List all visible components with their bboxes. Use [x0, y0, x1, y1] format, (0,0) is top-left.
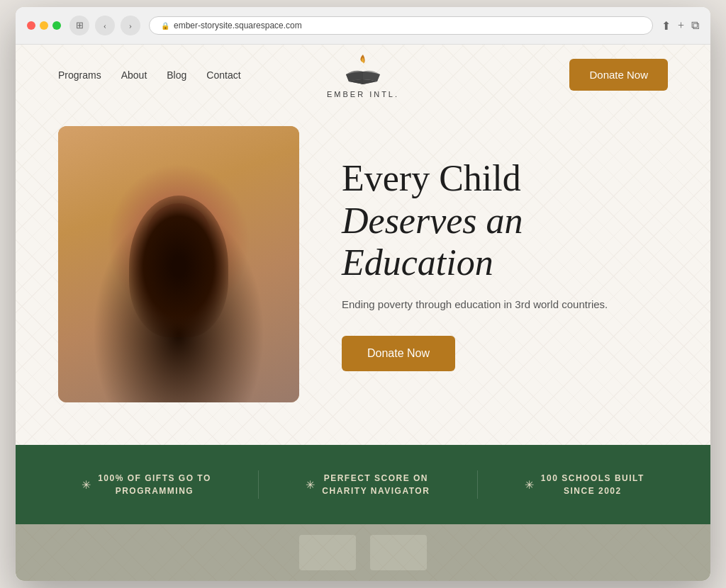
nav-blog[interactable]: Blog	[167, 69, 186, 81]
hero-content: Every Child Deserves an Education Ending…	[342, 157, 668, 371]
nav-about[interactable]: About	[121, 69, 147, 81]
website-content: Programs About Blog Contact	[16, 45, 710, 581]
stat-item-1: ✳ PERFECT SCORE ONCHARITY NAVIGATOR	[306, 472, 430, 497]
minimize-button[interactable]	[40, 21, 48, 30]
logo-text: EMBER INTL.	[327, 90, 399, 98]
hero-image	[58, 126, 299, 402]
tabs-icon[interactable]: ⧉	[691, 19, 699, 32]
stats-bar: ✳ 100% OF GIFTS GO TOPROGRAMMING ✳ PERFE…	[16, 445, 710, 524]
hero-title-line1: Every Child	[342, 158, 521, 198]
logo-icon	[343, 52, 383, 87]
hero-title: Every Child Deserves an Education	[342, 157, 668, 284]
close-button[interactable]	[27, 21, 35, 30]
stat-divider-1	[258, 470, 259, 499]
bottom-section	[16, 524, 710, 581]
stat-icon-2: ✳	[525, 478, 534, 492]
browser-chrome: ⊞ ‹ › 🔒 ember-storysite.squarespace.com …	[16, 7, 710, 45]
url-text: ember-storysite.squarespace.com	[174, 21, 302, 30]
nav-contact[interactable]: Contact	[206, 69, 240, 81]
stat-item-2: ✳ 100 SCHOOLS BUILTSINCE 2002	[525, 472, 644, 497]
forward-button[interactable]: ›	[121, 16, 140, 35]
share-icon[interactable]: ⬆	[661, 19, 671, 33]
browser-nav: ⊞ ‹ ›	[69, 16, 140, 35]
traffic-lights	[27, 21, 61, 30]
bottom-image-2	[370, 535, 427, 570]
stat-text-1: PERFECT SCORE ONCHARITY NAVIGATOR	[322, 472, 430, 497]
donate-now-header-button[interactable]: Donate Now	[569, 59, 668, 91]
stat-icon-1: ✳	[306, 478, 315, 492]
stat-divider-2	[477, 470, 478, 499]
back-button[interactable]: ‹	[95, 16, 115, 35]
stat-icon-0: ✳	[82, 478, 91, 492]
logo[interactable]: EMBER INTL.	[327, 52, 399, 98]
site-header: Programs About Blog Contact	[16, 45, 710, 105]
lock-icon: 🔒	[161, 22, 169, 30]
view-toggle[interactable]: ⊞	[69, 16, 89, 35]
hero-title-line2: Deserves an	[342, 200, 523, 241]
new-tab-icon[interactable]: +	[678, 19, 684, 32]
stat-text-0: 100% OF GIFTS GO TOPROGRAMMING	[98, 472, 211, 497]
stat-item-0: ✳ 100% OF GIFTS GO TOPROGRAMMING	[82, 472, 211, 497]
hero-title-line3: Education	[342, 242, 493, 283]
maximize-button[interactable]	[52, 21, 61, 30]
main-nav: Programs About Blog Contact	[58, 69, 241, 81]
nav-programs[interactable]: Programs	[58, 69, 101, 81]
browser-actions: ⬆ + ⧉	[661, 19, 699, 33]
address-bar[interactable]: 🔒 ember-storysite.squarespace.com	[149, 16, 653, 35]
hero-child-photo	[58, 126, 299, 402]
bottom-image-1	[299, 535, 356, 570]
hero-subtitle: Ending poverty through education in 3rd …	[342, 298, 668, 310]
hero-section: Every Child Deserves an Education Ending…	[16, 105, 710, 445]
stat-text-2: 100 SCHOOLS BUILTSINCE 2002	[541, 472, 644, 497]
browser-window: ⊞ ‹ › 🔒 ember-storysite.squarespace.com …	[16, 7, 710, 581]
donate-now-hero-button[interactable]: Donate Now	[342, 336, 455, 371]
